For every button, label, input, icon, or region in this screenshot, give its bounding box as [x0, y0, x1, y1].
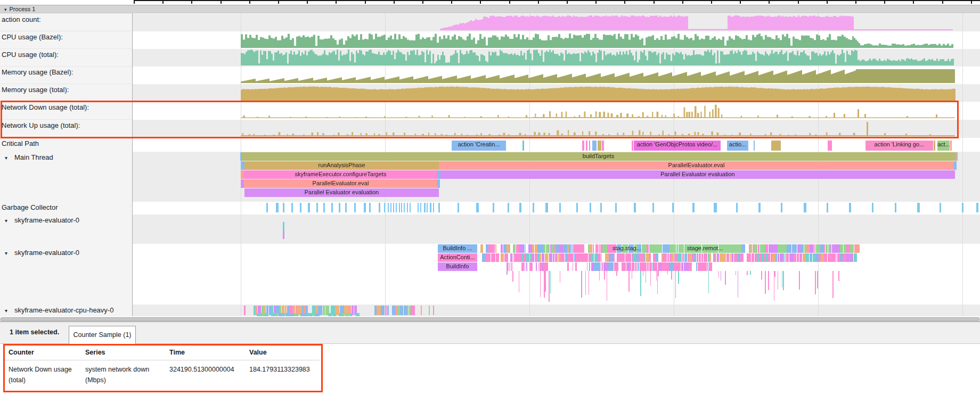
track-label-sidebar: action count: CPU usage (Bazel): CPU usa…: [0, 13, 133, 316]
track-label-action-count: action count:: [0, 14, 132, 31]
track-label-skyframe-2[interactable]: ▾skyframe-evaluator-0: [0, 244, 132, 305]
collapse-arrow-icon[interactable]: ▾: [5, 308, 14, 314]
counter-charts[interactable]: [0, 13, 980, 316]
track-label-mem-bazel: Memory usage (Bazel):: [0, 67, 132, 84]
track-label-main-thread[interactable]: ▾Main Thread: [0, 152, 132, 202]
track-label-cpu-total: CPU usage (total):: [0, 49, 132, 67]
highlight-box-network-tracks: [1, 101, 959, 138]
track-label-cpu-bazel: CPU usage (Bazel):: [0, 31, 132, 49]
tab-counter-sample[interactable]: Counter Sample (1): [69, 326, 136, 344]
process-header[interactable]: ▾Process 1: [0, 5, 980, 13]
panel-splitter[interactable]: [0, 316, 980, 322]
detail-tab-bar: 1 item selected. Counter Sample (1): [0, 322, 980, 344]
collapse-arrow-icon[interactable]: ▾: [5, 155, 14, 161]
track-label-gc: Garbage Collector: [0, 202, 132, 215]
splitter-handle-icon: [1, 317, 979, 321]
collapse-arrow-icon[interactable]: ▾: [5, 218, 14, 224]
timeline-ruler[interactable]: [0, 0, 980, 5]
trace-viewer: ▾Process 1 action count: CPU usage (Baze…: [0, 0, 980, 395]
selection-status: 1 item selected.: [10, 328, 59, 336]
collapse-arrow-icon[interactable]: ▾: [4, 6, 7, 13]
track-label-critical-path: Critical Path: [0, 138, 132, 152]
process-label: Process 1: [10, 6, 36, 12]
collapse-arrow-icon[interactable]: ▾: [5, 250, 14, 256]
track-label-skyframe-1[interactable]: ▾skyframe-evaluator-0: [0, 215, 132, 244]
track-label-cpu-heavy[interactable]: ▾skyframe-evaluator-cpu-heavy-0: [0, 305, 132, 316]
highlight-box-sample-table: [3, 344, 323, 392]
track-label-mem-total: Memory usage (total):: [0, 84, 132, 102]
